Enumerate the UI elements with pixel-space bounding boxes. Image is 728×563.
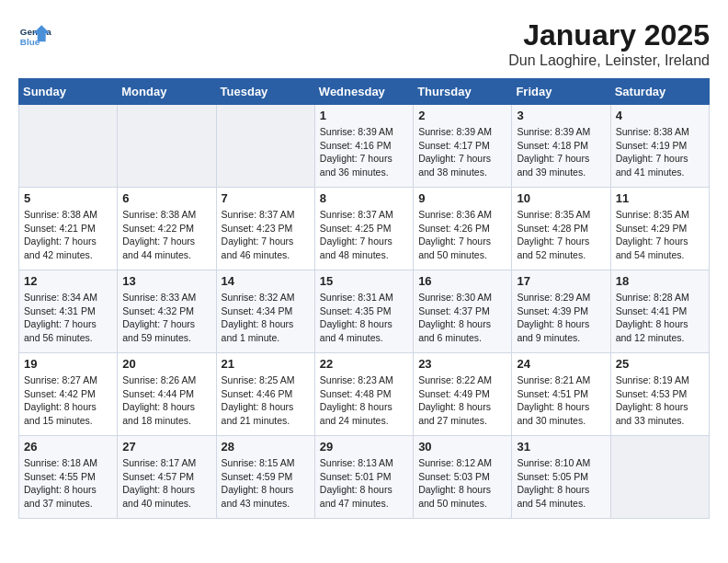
day-number: 22	[320, 357, 408, 371]
cell-content: Sunrise: 8:39 AMSunset: 4:17 PMDaylight:…	[418, 125, 506, 179]
calendar-cell	[19, 105, 118, 188]
cell-content: Sunrise: 8:25 AMSunset: 4:46 PMDaylight:…	[222, 373, 310, 428]
calendar-cell: 12Sunrise: 8:34 AMSunset: 4:31 PMDayligh…	[19, 270, 118, 353]
calendar-cell: 22Sunrise: 8:23 AMSunset: 4:48 PMDayligh…	[314, 353, 413, 436]
cell-content: Sunrise: 8:34 AMSunset: 4:31 PMDaylight:…	[24, 291, 112, 345]
calendar-cell	[610, 436, 709, 519]
title-block: January 2025 Dun Laoghire, Leinster, Ire…	[508, 18, 710, 69]
cell-content: Sunrise: 8:23 AMSunset: 4:48 PMDaylight:…	[320, 373, 408, 428]
calendar-cell: 13Sunrise: 8:33 AMSunset: 4:32 PMDayligh…	[118, 270, 216, 353]
cell-content: Sunrise: 8:38 AMSunset: 4:21 PMDaylight:…	[24, 208, 112, 262]
calendar-cell: 30Sunrise: 8:12 AMSunset: 5:03 PMDayligh…	[414, 436, 512, 519]
day-number: 17	[517, 274, 605, 288]
weekday-header: Wednesday	[314, 79, 413, 105]
day-number: 3	[517, 109, 605, 122]
day-number: 23	[418, 357, 506, 371]
day-number: 26	[24, 440, 112, 454]
calendar-cell: 11Sunrise: 8:35 AMSunset: 4:29 PMDayligh…	[610, 188, 709, 270]
weekday-header: Monday	[118, 79, 216, 105]
calendar-cell: 6Sunrise: 8:38 AMSunset: 4:22 PMDaylight…	[118, 188, 216, 270]
calendar-week-row: 26Sunrise: 8:18 AMSunset: 4:55 PMDayligh…	[19, 436, 710, 519]
calendar-cell: 14Sunrise: 8:32 AMSunset: 4:34 PMDayligh…	[216, 270, 314, 353]
calendar-cell: 1Sunrise: 8:39 AMSunset: 4:16 PMDaylight…	[314, 105, 413, 188]
calendar-cell: 3Sunrise: 8:39 AMSunset: 4:18 PMDaylight…	[512, 105, 610, 188]
cell-content: Sunrise: 8:27 AMSunset: 4:42 PMDaylight:…	[24, 373, 112, 428]
cell-content: Sunrise: 8:22 AMSunset: 4:49 PMDaylight:…	[418, 373, 506, 428]
calendar-cell	[216, 105, 314, 188]
cell-content: Sunrise: 8:37 AMSunset: 4:23 PMDaylight:…	[222, 208, 310, 262]
calendar-cell: 9Sunrise: 8:36 AMSunset: 4:26 PMDaylight…	[414, 188, 512, 270]
day-number: 21	[222, 357, 310, 371]
cell-content: Sunrise: 8:30 AMSunset: 4:37 PMDaylight:…	[418, 291, 506, 345]
day-number: 20	[122, 357, 210, 371]
day-number: 16	[418, 274, 506, 288]
day-number: 6	[122, 191, 210, 205]
day-number: 18	[616, 274, 704, 288]
calendar-week-row: 5Sunrise: 8:38 AMSunset: 4:21 PMDaylight…	[19, 188, 710, 270]
calendar-cell: 17Sunrise: 8:29 AMSunset: 4:39 PMDayligh…	[512, 270, 610, 353]
cell-content: Sunrise: 8:38 AMSunset: 4:19 PMDaylight:…	[616, 125, 704, 179]
cell-content: Sunrise: 8:38 AMSunset: 4:22 PMDaylight:…	[122, 208, 210, 262]
cell-content: Sunrise: 8:35 AMSunset: 4:28 PMDaylight:…	[517, 208, 605, 262]
day-number: 31	[517, 440, 605, 454]
cell-content: Sunrise: 8:39 AMSunset: 4:18 PMDaylight:…	[517, 125, 605, 179]
day-number: 19	[24, 357, 112, 371]
day-number: 5	[24, 191, 112, 205]
cell-content: Sunrise: 8:36 AMSunset: 4:26 PMDaylight:…	[418, 208, 506, 262]
svg-text:Blue: Blue	[20, 37, 40, 47]
weekday-header: Sunday	[19, 79, 118, 105]
calendar-cell: 8Sunrise: 8:37 AMSunset: 4:25 PMDaylight…	[314, 188, 413, 270]
cell-content: Sunrise: 8:15 AMSunset: 4:59 PMDaylight:…	[222, 456, 310, 511]
calendar-cell: 4Sunrise: 8:38 AMSunset: 4:19 PMDaylight…	[610, 105, 709, 188]
calendar-cell: 26Sunrise: 8:18 AMSunset: 4:55 PMDayligh…	[19, 436, 118, 519]
day-number: 2	[418, 109, 506, 122]
day-number: 10	[517, 191, 605, 205]
calendar-cell: 24Sunrise: 8:21 AMSunset: 4:51 PMDayligh…	[512, 353, 610, 436]
cell-content: Sunrise: 8:21 AMSunset: 4:51 PMDaylight:…	[517, 373, 605, 428]
cell-content: Sunrise: 8:26 AMSunset: 4:44 PMDaylight:…	[122, 373, 210, 428]
day-number: 11	[616, 191, 704, 205]
calendar-cell: 20Sunrise: 8:26 AMSunset: 4:44 PMDayligh…	[118, 353, 216, 436]
day-number: 30	[418, 440, 506, 454]
calendar-cell: 16Sunrise: 8:30 AMSunset: 4:37 PMDayligh…	[414, 270, 512, 353]
calendar-cell	[118, 105, 216, 188]
logo-icon: General Blue	[18, 18, 51, 52]
cell-content: Sunrise: 8:35 AMSunset: 4:29 PMDaylight:…	[616, 208, 704, 262]
day-number: 7	[222, 191, 310, 205]
cell-content: Sunrise: 8:17 AMSunset: 4:57 PMDaylight:…	[122, 456, 210, 511]
day-number: 27	[122, 440, 210, 454]
calendar-cell: 2Sunrise: 8:39 AMSunset: 4:17 PMDaylight…	[414, 105, 512, 188]
day-number: 25	[616, 357, 704, 371]
weekday-header: Friday	[512, 79, 610, 105]
day-number: 4	[616, 109, 704, 122]
day-number: 8	[320, 191, 408, 205]
calendar-table: SundayMondayTuesdayWednesdayThursdayFrid…	[18, 78, 710, 519]
calendar-week-row: 1Sunrise: 8:39 AMSunset: 4:16 PMDaylight…	[19, 105, 710, 188]
logo: General Blue	[18, 18, 51, 52]
calendar-cell: 10Sunrise: 8:35 AMSunset: 4:28 PMDayligh…	[512, 188, 610, 270]
calendar-cell: 7Sunrise: 8:37 AMSunset: 4:23 PMDaylight…	[216, 188, 314, 270]
page-title: January 2025	[508, 18, 710, 52]
day-number: 29	[320, 440, 408, 454]
cell-content: Sunrise: 8:39 AMSunset: 4:16 PMDaylight:…	[320, 125, 408, 179]
calendar-week-row: 12Sunrise: 8:34 AMSunset: 4:31 PMDayligh…	[19, 270, 710, 353]
cell-content: Sunrise: 8:33 AMSunset: 4:32 PMDaylight:…	[122, 291, 210, 345]
calendar-cell: 28Sunrise: 8:15 AMSunset: 4:59 PMDayligh…	[216, 436, 314, 519]
weekday-header: Saturday	[610, 79, 709, 105]
calendar-cell: 15Sunrise: 8:31 AMSunset: 4:35 PMDayligh…	[314, 270, 413, 353]
calendar-cell: 19Sunrise: 8:27 AMSunset: 4:42 PMDayligh…	[19, 353, 118, 436]
page-subtitle: Dun Laoghire, Leinster, Ireland	[508, 52, 710, 69]
day-number: 1	[320, 109, 408, 122]
day-number: 13	[122, 274, 210, 288]
calendar-cell: 21Sunrise: 8:25 AMSunset: 4:46 PMDayligh…	[216, 353, 314, 436]
calendar-cell: 27Sunrise: 8:17 AMSunset: 4:57 PMDayligh…	[118, 436, 216, 519]
calendar-cell: 31Sunrise: 8:10 AMSunset: 5:05 PMDayligh…	[512, 436, 610, 519]
calendar-cell: 29Sunrise: 8:13 AMSunset: 5:01 PMDayligh…	[314, 436, 413, 519]
cell-content: Sunrise: 8:31 AMSunset: 4:35 PMDaylight:…	[320, 291, 408, 345]
day-number: 9	[418, 191, 506, 205]
day-number: 14	[222, 274, 310, 288]
cell-content: Sunrise: 8:32 AMSunset: 4:34 PMDaylight:…	[222, 291, 310, 345]
calendar-cell: 5Sunrise: 8:38 AMSunset: 4:21 PMDaylight…	[19, 188, 118, 270]
cell-content: Sunrise: 8:28 AMSunset: 4:41 PMDaylight:…	[616, 291, 704, 345]
calendar-cell: 25Sunrise: 8:19 AMSunset: 4:53 PMDayligh…	[610, 353, 709, 436]
